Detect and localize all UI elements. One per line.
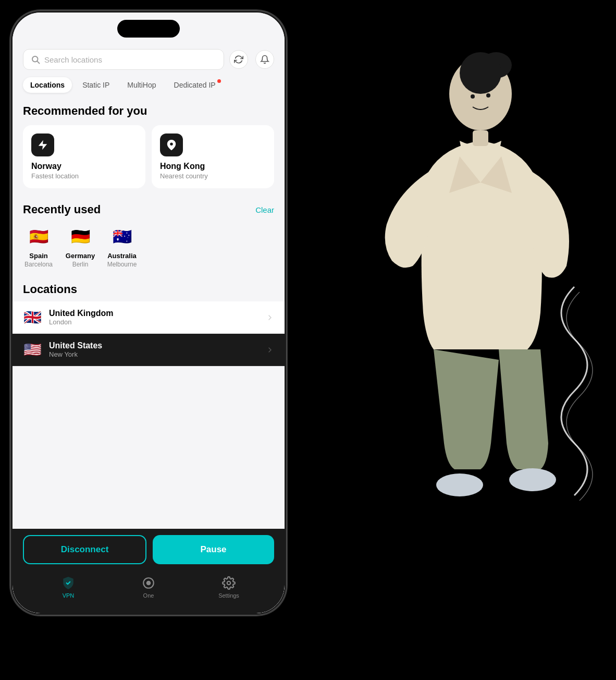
dynamic-island bbox=[117, 20, 180, 38]
us-info: United States New York bbox=[49, 341, 258, 358]
germany-name: Germany bbox=[66, 252, 95, 260]
phone-frame: Search locations bbox=[10, 10, 287, 626]
nav-vpn[interactable]: VPN bbox=[53, 576, 84, 599]
nav-settings[interactable]: Settings bbox=[213, 576, 244, 599]
spain-city: Barcelona bbox=[24, 261, 53, 268]
nav-one[interactable]: One bbox=[133, 576, 164, 599]
hongkong-name: Hong Kong bbox=[160, 162, 266, 171]
search-bar: Search locations bbox=[13, 45, 285, 74]
uk-chevron-icon bbox=[266, 313, 274, 322]
header-icons bbox=[229, 50, 274, 69]
svg-marker-13 bbox=[39, 140, 47, 150]
tab-locations[interactable]: Locations bbox=[23, 77, 72, 93]
locations-title: Locations bbox=[13, 276, 285, 301]
germany-flag: 🇩🇪 bbox=[68, 224, 93, 249]
norway-subtitle: Fastest location bbox=[31, 172, 137, 180]
pin-icon bbox=[166, 139, 177, 151]
shield-icon bbox=[61, 576, 75, 590]
us-name: United States bbox=[49, 341, 258, 350]
recommended-card-hongkong[interactable]: Hong Kong Nearest country bbox=[152, 125, 274, 188]
recently-title: Recently used bbox=[23, 203, 101, 216]
recently-list: 🇪🇸 Spain Barcelona 🇩🇪 Germany Berlin � bbox=[13, 222, 285, 276]
uk-flag: 🇬🇧 bbox=[23, 309, 42, 326]
recommended-grid: Norway Fastest location bbox=[13, 123, 285, 197]
refresh-icon bbox=[234, 55, 243, 64]
us-flag: 🇺🇸 bbox=[23, 341, 42, 358]
one-icon bbox=[141, 576, 156, 590]
norway-icon bbox=[31, 133, 54, 156]
uk-name: United Kingdom bbox=[49, 309, 258, 318]
tab-static-ip[interactable]: Static IP bbox=[75, 77, 117, 93]
one-label: One bbox=[143, 592, 154, 599]
settings-label: Settings bbox=[218, 592, 239, 599]
action-buttons: Disconnect Pause bbox=[23, 535, 274, 564]
recent-spain[interactable]: 🇪🇸 Spain Barcelona bbox=[23, 224, 54, 268]
pause-button[interactable]: Pause bbox=[153, 535, 274, 564]
search-input-wrap[interactable]: Search locations bbox=[23, 49, 224, 70]
recently-header: Recently used Clear bbox=[13, 197, 285, 222]
norway-name: Norway bbox=[31, 162, 137, 171]
svg-line-12 bbox=[37, 61, 39, 63]
vpn-icon bbox=[61, 576, 76, 590]
recent-australia[interactable]: 🇦🇺 Australia Melbourne bbox=[106, 224, 138, 268]
location-uk[interactable]: 🇬🇧 United Kingdom London bbox=[13, 301, 285, 334]
us-chevron-icon bbox=[266, 346, 274, 354]
svg-point-17 bbox=[227, 581, 231, 585]
tabs-row: Locations Static IP MultiHop Dedicated I… bbox=[13, 74, 285, 98]
recommended-title: Recommended for you bbox=[13, 98, 285, 123]
squiggle-decoration bbox=[444, 261, 600, 574]
clear-button[interactable]: Clear bbox=[255, 205, 274, 214]
locations-section: Locations 🇬🇧 United Kingdom London bbox=[13, 276, 285, 366]
dedicated-ip-dot bbox=[217, 79, 221, 83]
notifications-button[interactable] bbox=[255, 50, 274, 69]
disconnect-button[interactable]: Disconnect bbox=[23, 535, 146, 564]
location-us[interactable]: 🇺🇸 United States New York bbox=[13, 334, 285, 366]
australia-flag: 🇦🇺 bbox=[109, 224, 134, 249]
australia-name: Australia bbox=[107, 252, 137, 260]
recommended-card-norway[interactable]: Norway Fastest location bbox=[23, 125, 145, 188]
gear-icon bbox=[222, 576, 236, 590]
refresh-button[interactable] bbox=[229, 50, 248, 69]
bottom-nav: VPN One bbox=[23, 573, 274, 603]
hongkong-subtitle: Nearest country bbox=[160, 172, 266, 180]
hongkong-icon bbox=[160, 133, 183, 156]
settings-icon bbox=[221, 576, 236, 590]
uk-info: United Kingdom London bbox=[49, 309, 258, 326]
vpn-label: VPN bbox=[63, 592, 75, 599]
circle-icon bbox=[142, 576, 155, 590]
recently-used-section: Recently used Clear 🇪🇸 Spain Barcelona 🇩… bbox=[13, 197, 285, 276]
recent-germany[interactable]: 🇩🇪 Germany Berlin bbox=[65, 224, 96, 268]
lightning-icon bbox=[37, 139, 48, 151]
us-city: New York bbox=[49, 350, 258, 358]
svg-point-14 bbox=[170, 142, 173, 145]
tab-multihop[interactable]: MultiHop bbox=[120, 77, 163, 93]
spain-flag: 🇪🇸 bbox=[26, 224, 51, 249]
svg-point-16 bbox=[146, 581, 151, 586]
spain-name: Spain bbox=[29, 252, 47, 260]
tab-dedicated-ip[interactable]: Dedicated IP bbox=[167, 77, 223, 93]
recommended-section: Recommended for you Norway Fastest locat… bbox=[13, 98, 285, 197]
bell-icon bbox=[260, 55, 269, 64]
uk-city: London bbox=[49, 318, 258, 326]
germany-city: Berlin bbox=[72, 261, 89, 268]
bottom-bar: Disconnect Pause VPN bbox=[13, 529, 285, 613]
search-icon bbox=[31, 55, 40, 64]
search-placeholder-text: Search locations bbox=[44, 55, 102, 64]
australia-city: Melbourne bbox=[107, 261, 137, 268]
